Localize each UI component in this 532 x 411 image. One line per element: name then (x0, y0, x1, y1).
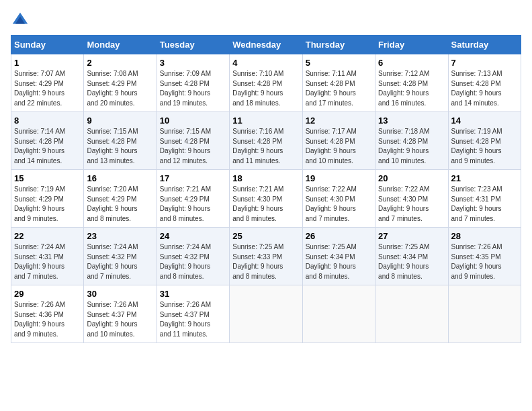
calendar-cell: 13Sunrise: 7:18 AM Sunset: 4:28 PM Dayli… (375, 112, 448, 170)
day-number: 10 (160, 116, 226, 126)
calendar-cell: 9Sunrise: 7:15 AM Sunset: 4:28 PM Daylig… (84, 112, 157, 170)
day-info: Sunrise: 7:07 AM Sunset: 4:29 PM Dayligh… (14, 69, 81, 108)
day-number: 27 (378, 231, 445, 241)
calendar-body: 1Sunrise: 7:07 AM Sunset: 4:29 PM Daylig… (11, 54, 521, 343)
day-number: 30 (87, 289, 153, 299)
day-number: 19 (306, 173, 372, 183)
col-friday: Friday (375, 36, 448, 54)
day-info: Sunrise: 7:21 AM Sunset: 4:30 PM Dayligh… (232, 185, 299, 224)
col-sunday: Sunday (11, 36, 84, 54)
day-info: Sunrise: 7:23 AM Sunset: 4:31 PM Dayligh… (451, 185, 518, 224)
col-tuesday: Tuesday (157, 36, 229, 54)
calendar-cell: 31Sunrise: 7:26 AM Sunset: 4:37 PM Dayli… (157, 285, 229, 343)
day-number: 2 (87, 58, 153, 68)
day-number: 3 (160, 58, 226, 68)
day-info: Sunrise: 7:21 AM Sunset: 4:29 PM Dayligh… (160, 185, 226, 224)
calendar-cell: 3Sunrise: 7:09 AM Sunset: 4:28 PM Daylig… (157, 54, 229, 112)
day-number: 11 (232, 116, 299, 126)
calendar-week-row: 8Sunrise: 7:14 AM Sunset: 4:28 PM Daylig… (11, 112, 521, 170)
day-info: Sunrise: 7:24 AM Sunset: 4:32 PM Dayligh… (160, 242, 226, 281)
calendar-cell: 5Sunrise: 7:11 AM Sunset: 4:28 PM Daylig… (302, 54, 375, 112)
day-info: Sunrise: 7:19 AM Sunset: 4:28 PM Dayligh… (451, 127, 518, 166)
calendar-cell: 10Sunrise: 7:15 AM Sunset: 4:28 PM Dayli… (157, 112, 229, 170)
header (11, 11, 521, 30)
calendar-cell: 4Sunrise: 7:10 AM Sunset: 4:28 PM Daylig… (230, 54, 302, 112)
day-info: Sunrise: 7:25 AM Sunset: 4:34 PM Dayligh… (306, 242, 372, 281)
calendar-cell: 27Sunrise: 7:25 AM Sunset: 4:34 PM Dayli… (375, 228, 448, 285)
logo (11, 11, 32, 30)
calendar-cell: 2Sunrise: 7:08 AM Sunset: 4:29 PM Daylig… (84, 54, 157, 112)
calendar-cell: 23Sunrise: 7:24 AM Sunset: 4:32 PM Dayli… (84, 228, 157, 285)
day-number: 13 (378, 116, 445, 126)
calendar-header: Sunday Monday Tuesday Wednesday Thursday… (11, 36, 521, 54)
calendar-cell: 16Sunrise: 7:20 AM Sunset: 4:29 PM Dayli… (84, 170, 157, 228)
day-number: 9 (87, 116, 153, 126)
day-info: Sunrise: 7:17 AM Sunset: 4:28 PM Dayligh… (306, 127, 372, 166)
calendar-cell: 19Sunrise: 7:22 AM Sunset: 4:30 PM Dayli… (302, 170, 375, 228)
col-saturday: Saturday (448, 36, 521, 54)
day-number: 24 (160, 231, 226, 241)
day-info: Sunrise: 7:14 AM Sunset: 4:28 PM Dayligh… (14, 127, 81, 166)
day-info: Sunrise: 7:12 AM Sunset: 4:28 PM Dayligh… (378, 69, 445, 108)
day-info: Sunrise: 7:22 AM Sunset: 4:30 PM Dayligh… (378, 185, 445, 224)
day-info: Sunrise: 7:26 AM Sunset: 4:37 PM Dayligh… (87, 300, 153, 339)
calendar-cell: 1Sunrise: 7:07 AM Sunset: 4:29 PM Daylig… (11, 54, 84, 112)
day-info: Sunrise: 7:26 AM Sunset: 4:35 PM Dayligh… (451, 242, 518, 281)
day-number: 18 (232, 173, 299, 183)
day-info: Sunrise: 7:26 AM Sunset: 4:36 PM Dayligh… (14, 300, 81, 339)
day-number: 25 (232, 231, 299, 241)
day-info: Sunrise: 7:19 AM Sunset: 4:29 PM Dayligh… (14, 185, 81, 224)
day-info: Sunrise: 7:15 AM Sunset: 4:28 PM Dayligh… (87, 127, 153, 166)
day-number: 23 (87, 231, 153, 241)
day-info: Sunrise: 7:24 AM Sunset: 4:32 PM Dayligh… (87, 242, 153, 281)
calendar-cell: 28Sunrise: 7:26 AM Sunset: 4:35 PM Dayli… (448, 228, 521, 285)
calendar-week-row: 22Sunrise: 7:24 AM Sunset: 4:31 PM Dayli… (11, 228, 521, 285)
day-info: Sunrise: 7:22 AM Sunset: 4:30 PM Dayligh… (306, 185, 372, 224)
calendar-cell: 14Sunrise: 7:19 AM Sunset: 4:28 PM Dayli… (448, 112, 521, 170)
calendar-cell: 29Sunrise: 7:26 AM Sunset: 4:36 PM Dayli… (11, 285, 84, 343)
col-wednesday: Wednesday (230, 36, 302, 54)
day-info: Sunrise: 7:18 AM Sunset: 4:28 PM Dayligh… (378, 127, 445, 166)
day-info: Sunrise: 7:25 AM Sunset: 4:34 PM Dayligh… (378, 242, 445, 281)
day-info: Sunrise: 7:24 AM Sunset: 4:31 PM Dayligh… (14, 242, 81, 281)
day-number: 8 (14, 116, 81, 126)
day-number: 4 (232, 58, 299, 68)
day-number: 1 (14, 58, 81, 68)
day-number: 12 (306, 116, 372, 126)
calendar-cell: 26Sunrise: 7:25 AM Sunset: 4:34 PM Dayli… (302, 228, 375, 285)
day-info: Sunrise: 7:13 AM Sunset: 4:28 PM Dayligh… (451, 69, 518, 108)
day-number: 17 (160, 173, 226, 183)
day-number: 7 (451, 58, 518, 68)
day-number: 31 (160, 289, 226, 299)
calendar-cell: 7Sunrise: 7:13 AM Sunset: 4:28 PM Daylig… (448, 54, 521, 112)
calendar-cell: 8Sunrise: 7:14 AM Sunset: 4:28 PM Daylig… (11, 112, 84, 170)
day-info: Sunrise: 7:25 AM Sunset: 4:33 PM Dayligh… (232, 242, 299, 281)
logo-icon (11, 11, 30, 30)
calendar-cell (375, 285, 448, 343)
day-info: Sunrise: 7:08 AM Sunset: 4:29 PM Dayligh… (87, 69, 153, 108)
day-number: 5 (306, 58, 372, 68)
calendar-cell: 22Sunrise: 7:24 AM Sunset: 4:31 PM Dayli… (11, 228, 84, 285)
day-number: 16 (87, 173, 153, 183)
calendar-cell: 17Sunrise: 7:21 AM Sunset: 4:29 PM Dayli… (157, 170, 229, 228)
calendar-cell: 21Sunrise: 7:23 AM Sunset: 4:31 PM Dayli… (448, 170, 521, 228)
calendar-cell (230, 285, 302, 343)
day-number: 26 (306, 231, 372, 241)
day-info: Sunrise: 7:10 AM Sunset: 4:28 PM Dayligh… (232, 69, 299, 108)
day-number: 28 (451, 231, 518, 241)
calendar-cell: 6Sunrise: 7:12 AM Sunset: 4:28 PM Daylig… (375, 54, 448, 112)
calendar-cell: 24Sunrise: 7:24 AM Sunset: 4:32 PM Dayli… (157, 228, 229, 285)
calendar-cell (448, 285, 521, 343)
day-number: 21 (451, 173, 518, 183)
calendar-table: Sunday Monday Tuesday Wednesday Thursday… (11, 35, 521, 343)
day-number: 29 (14, 289, 81, 299)
day-number: 14 (451, 116, 518, 126)
calendar-week-row: 29Sunrise: 7:26 AM Sunset: 4:36 PM Dayli… (11, 285, 521, 343)
calendar-week-row: 1Sunrise: 7:07 AM Sunset: 4:29 PM Daylig… (11, 54, 521, 112)
day-info: Sunrise: 7:15 AM Sunset: 4:28 PM Dayligh… (160, 127, 226, 166)
calendar-cell (302, 285, 375, 343)
calendar-cell: 25Sunrise: 7:25 AM Sunset: 4:33 PM Dayli… (230, 228, 302, 285)
day-info: Sunrise: 7:16 AM Sunset: 4:28 PM Dayligh… (232, 127, 299, 166)
day-number: 15 (14, 173, 81, 183)
calendar-cell: 18Sunrise: 7:21 AM Sunset: 4:30 PM Dayli… (230, 170, 302, 228)
